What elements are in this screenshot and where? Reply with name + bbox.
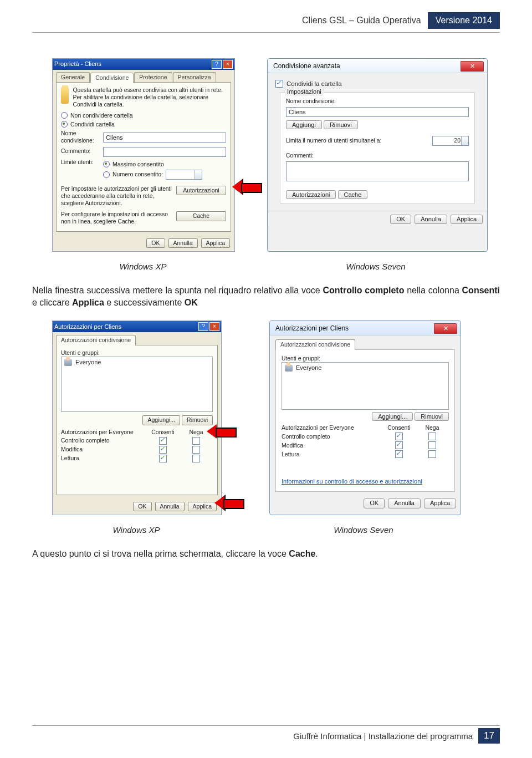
input-comments[interactable] (286, 161, 469, 181)
checkbox-allow-read[interactable] (159, 455, 167, 462)
tab-condivisione[interactable]: Condivisione (90, 73, 134, 83)
close-icon[interactable]: ✕ (434, 323, 457, 334)
caption-windows-xp: Windows XP (52, 525, 221, 535)
lbl-share-name: Nome condivisione: (286, 98, 469, 105)
button-aggiungi[interactable]: Aggiungi... (142, 415, 180, 425)
button-applica[interactable]: Applica (451, 215, 483, 225)
close-icon[interactable]: ✕ (461, 61, 484, 72)
list-users[interactable]: Everyone (282, 362, 449, 410)
button-aggiungi[interactable]: Aggiungi... (372, 412, 413, 421)
w7-permissions-dialog: Autorizzazioni per Cliens ✕ Autorizzazio… (269, 321, 461, 515)
share-info-text: Questa cartella può essere condivisa con… (73, 87, 226, 109)
header-divider (32, 32, 500, 33)
lbl-limit: Limite utenti: (61, 159, 100, 166)
screenshot-row-1: Proprietà - Cliens ? × Generale Condivis… (32, 58, 500, 252)
button-ok[interactable]: OK (364, 498, 385, 508)
body-paragraph-2: A questo punto ci si trova nella prima s… (32, 548, 500, 560)
radio-max-allowed[interactable]: Massimo consentito (103, 161, 226, 168)
folder-icon (61, 87, 69, 104)
w7-dialog-title: Autorizzazioni per Cliens (275, 324, 349, 333)
button-rimuovi[interactable]: Rimuovi (415, 412, 449, 421)
user-icon (285, 365, 293, 372)
button-ok[interactable]: OK (390, 215, 411, 225)
close-icon[interactable]: × (223, 60, 233, 69)
body-paragraph-1: Nella finestra successiva mettere la spu… (32, 284, 500, 308)
list-item: Everyone (285, 364, 446, 372)
page-header: Cliens GSL – Guida Operativa Versione 20… (32, 12, 500, 29)
checkbox-deny-modify[interactable] (428, 441, 436, 449)
button-annulla[interactable]: Annulla (168, 238, 198, 248)
tab-generale[interactable]: Generale (56, 72, 90, 82)
button-autorizzazioni[interactable]: Autorizzazioni (286, 190, 336, 199)
red-arrow-icon (207, 424, 237, 439)
lbl-users-groups: Utenti e gruppi: (61, 350, 213, 357)
spinner-user-limit[interactable] (166, 170, 202, 180)
button-ok[interactable]: OK (133, 502, 151, 511)
w7-advanced-sharing-dialog: Condivisione avanzata ✕ Condividi la car… (267, 58, 488, 252)
input-comment[interactable] (103, 147, 226, 157)
button-autorizzazioni[interactable]: Autorizzazioni (176, 186, 226, 195)
radio-no-share[interactable]: Non condividere cartella (61, 112, 226, 119)
spinner-user-limit[interactable]: 20 (432, 136, 469, 146)
button-ok[interactable]: OK (146, 238, 165, 248)
lbl-perm-for: Autorizzazioni per Everyone (282, 424, 382, 431)
button-annulla[interactable]: Annulla (155, 502, 185, 511)
tab-protezione[interactable]: Protezione (134, 72, 172, 82)
button-annulla[interactable]: Annulla (415, 215, 447, 225)
help-icon[interactable]: ? (212, 60, 222, 69)
button-applica[interactable]: Applica (188, 502, 217, 511)
xp-dialog-title: Proprietà - Cliens (54, 60, 101, 68)
w7-titlebar: Condivisione avanzata ✕ (268, 59, 487, 73)
checkbox-share-folder[interactable]: Condividi la cartella (275, 80, 479, 88)
radio-num-allowed[interactable]: Numero consentito: (103, 170, 226, 180)
input-share-name[interactable]: Cliens (286, 107, 469, 117)
checkbox-allow-modify[interactable] (159, 446, 167, 454)
radio-share[interactable]: Condividi cartella (61, 121, 226, 128)
tab-autorizzazioni[interactable]: Autorizzazioni condivisione (56, 335, 136, 345)
header-version-badge: Versione 2014 (428, 12, 500, 29)
checkbox-deny-read[interactable] (192, 455, 200, 462)
col-nega: Nega (416, 424, 449, 431)
checkbox-deny-modify[interactable] (192, 446, 200, 454)
note-cache: Per configurare le impostazioni di acces… (61, 211, 172, 226)
button-rimuovi[interactable]: Rimuovi (182, 415, 213, 425)
button-annulla[interactable]: Annulla (388, 498, 421, 508)
list-item: Everyone (64, 359, 209, 367)
lbl-user-limit: Limita il numero di utenti simultanei a: (286, 138, 428, 145)
checkbox-allow-full[interactable] (159, 437, 167, 445)
group-legend: Impostazioni (285, 88, 324, 96)
checkbox-deny-read[interactable] (428, 450, 436, 458)
col-consenti: Consenti (382, 424, 416, 431)
button-rimuovi[interactable]: Rimuovi (324, 120, 358, 129)
button-cache[interactable]: Cache (338, 190, 368, 199)
checkbox-deny-full[interactable] (428, 433, 436, 440)
w7-dialog-title: Condivisione avanzata (273, 62, 340, 70)
button-applica[interactable]: Applica (424, 498, 456, 508)
button-aggiungi[interactable]: Aggiungi (286, 120, 322, 129)
xp-permissions-dialog: Autorizzazioni per Cliens ? × Autorizzaz… (52, 321, 222, 515)
col-consenti: Consenti (146, 429, 180, 436)
red-arrow-icon (214, 496, 244, 510)
caption-windows-seven: Windows Seven (266, 262, 485, 271)
caption-windows-xp: Windows XP (52, 262, 234, 271)
button-applica[interactable]: Applica (201, 238, 230, 248)
red-arrow-icon (232, 180, 262, 194)
link-access-control-info[interactable]: Informazioni su controllo di accesso e a… (282, 478, 422, 485)
checkbox-allow-full[interactable] (395, 433, 403, 440)
tab-autorizzazioni[interactable]: Autorizzazioni condivisione (275, 339, 355, 349)
tab-personalizza[interactable]: Personalizza (173, 72, 216, 82)
input-share-name[interactable]: Cliens (103, 133, 226, 143)
list-users[interactable]: Everyone (61, 357, 213, 412)
xp-titlebar: Proprietà - Cliens ? × (53, 59, 234, 70)
button-cache[interactable]: Cache (176, 211, 226, 221)
lbl-users-groups: Utenti e gruppi: (282, 355, 449, 363)
user-icon (64, 359, 72, 366)
page-number: 17 (478, 728, 500, 744)
checkbox-allow-read[interactable] (395, 450, 403, 458)
checkbox-deny-full[interactable] (192, 437, 200, 445)
help-icon[interactable]: ? (198, 322, 208, 331)
checkbox-allow-modify[interactable] (395, 441, 403, 449)
group-impostazioni: Impostazioni Nome condivisione: Cliens A… (280, 92, 475, 204)
close-icon[interactable]: × (209, 322, 219, 331)
caption-windows-seven: Windows Seven (268, 525, 459, 535)
